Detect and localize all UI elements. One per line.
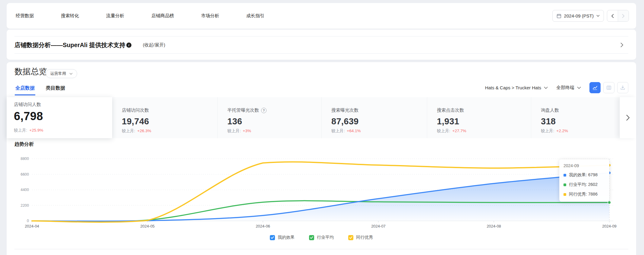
store-analysis-header[interactable]: 店铺数据分析——SuperAli 提供技术支持i (收起/展开) — [14, 36, 628, 54]
table-columns-icon — [606, 85, 612, 91]
svg-text:2200: 2200 — [21, 203, 29, 208]
metric-change: 较上月:+3% — [227, 128, 251, 134]
metric-card-inquiry-users[interactable]: 询盘人数 318 较上月:+2.2% — [531, 97, 620, 138]
data-scope-tabs: 全店数据 类目数据 — [15, 85, 66, 95]
nav-item-business-data[interactable]: 经营数据 — [16, 13, 34, 19]
date-picker-value: 2024-09 (PST) — [564, 13, 594, 18]
metric-label: 店铺访问次数 — [122, 107, 217, 113]
nav-item-growth-guide[interactable]: 成长指引 — [246, 13, 264, 19]
metric-card-search-clicks[interactable]: 搜索点击次数 1,931 较上月:+27.7% — [427, 97, 531, 138]
section-title: 店铺数据分析——SuperAli 提供技术支持i — [14, 41, 131, 49]
legend-item-my-performance[interactable]: 我的效果 — [270, 235, 295, 240]
tab-whole-store-data[interactable]: 全店数据 — [15, 85, 35, 95]
tooltip-row: 同行优秀: 7886 — [564, 192, 605, 197]
metric-value: 87,639 — [331, 116, 427, 126]
date-picker-button[interactable]: 2024-09 (PST) — [552, 10, 604, 22]
download-icon — [620, 85, 626, 91]
collapse-expand-toggle[interactable]: (收起/展开) — [143, 42, 165, 48]
metric-value: 19,746 — [122, 116, 217, 126]
top-navbar: 经营数据 搜索转化 流量分析 店铺商品榜 市场分析 成长指引 2024-09 (… — [7, 3, 636, 29]
view-toggle-group — [589, 82, 628, 93]
data-overview-panel: 数据总览 运营常用 全店数据 类目数据 Hats & Caps > Trucke… — [7, 62, 636, 255]
section-chevron-right-icon[interactable] — [620, 42, 623, 48]
chevron-down-icon — [596, 15, 600, 17]
chevron-down-icon — [544, 87, 548, 89]
chart-legend: 我的效果 行业平均 同行优秀 — [7, 235, 636, 240]
preset-dropdown[interactable]: 运营常用 — [46, 69, 77, 78]
legend-item-industry-average[interactable]: 行业平均 — [309, 235, 334, 240]
info-icon: i — [126, 43, 131, 48]
trend-analysis-title: 趋势分析 — [14, 141, 34, 148]
line-chart-view-button[interactable] — [589, 82, 601, 93]
next-month-button[interactable] — [618, 10, 629, 21]
date-controls: 2024-09 (PST) — [552, 10, 629, 22]
checked-checkbox-icon[interactable] — [309, 235, 314, 240]
nav-item-market-analysis[interactable]: 市场分析 — [201, 13, 219, 19]
chart-tooltip: 2024-09 我的效果: 6798 行业平均: 2602 同行优秀: 7886 — [559, 159, 609, 202]
chevron-down-icon — [577, 87, 581, 89]
legend-item-top-peers[interactable]: 同行优秀 — [348, 235, 373, 240]
month-pager — [607, 10, 629, 22]
checked-checkbox-icon[interactable] — [348, 235, 353, 240]
store-analysis-section: 店铺数据分析——SuperAli 提供技术支持i (收起/展开) — [7, 30, 636, 60]
svg-text:2024-07: 2024-07 — [371, 224, 386, 228]
chevron-down-icon — [69, 73, 73, 75]
category-filter-value: Hats & Caps > Trucker Hats — [485, 85, 541, 90]
line-chart-icon — [592, 85, 598, 91]
tooltip-date: 2024-09 — [564, 163, 605, 168]
metric-label: 搜索点击次数 — [437, 107, 531, 113]
metric-value: 1,931 — [437, 116, 531, 126]
cards-next-button[interactable] — [620, 97, 636, 138]
metric-card-store-visits[interactable]: 店铺访问次数 19,746 较上月:+26.3% — [112, 97, 218, 138]
tooltip-row: 我的效果: 6798 — [564, 172, 605, 178]
page-title: 数据总览 — [14, 66, 47, 77]
tab-category-data[interactable]: 类目数据 — [45, 85, 66, 95]
metric-value: 136 — [227, 116, 321, 126]
prev-month-button[interactable] — [607, 10, 618, 21]
checked-checkbox-icon[interactable] — [270, 235, 275, 240]
chart-controls: Hats & Caps > Trucker Hats 全部终端 — [485, 82, 628, 93]
metric-card-semi-managed-impressions[interactable]: 半托管曝光次数 ? 136 较上月:+3% — [218, 97, 322, 138]
metric-change: 较上月:+64.1% — [331, 128, 361, 134]
svg-text:4400: 4400 — [21, 188, 29, 192]
series-swatch-industry-average — [564, 183, 566, 186]
svg-text:6600: 6600 — [21, 172, 29, 177]
nav-item-traffic-analysis[interactable]: 流量分析 — [106, 13, 124, 19]
svg-text:8800: 8800 — [21, 157, 29, 161]
terminal-filter-value: 全部终端 — [556, 85, 574, 91]
trend-line-chart[interactable]: 022004400660088002024-042024-052024-0620… — [7, 150, 636, 229]
chevron-left-icon — [611, 14, 614, 18]
metric-change: 较上月:+26.3% — [122, 128, 151, 134]
svg-text:2024-04: 2024-04 — [25, 224, 39, 228]
svg-text:2024-06: 2024-06 — [256, 224, 270, 228]
calendar-icon — [557, 14, 561, 18]
question-icon[interactable]: ? — [261, 108, 267, 113]
table-view-button[interactable] — [603, 82, 614, 93]
metric-label: 半托管曝光次数 ? — [227, 107, 321, 113]
series-swatch-top-peers — [564, 193, 566, 196]
nav-item-product-ranking[interactable]: 店铺商品榜 — [151, 13, 174, 19]
category-filter-dropdown[interactable]: Hats & Caps > Trucker Hats — [485, 85, 548, 90]
metric-card-search-impressions[interactable]: 搜索曝光次数 87,639 较上月:+64.1% — [322, 97, 427, 138]
metric-label: 店铺访问人数 — [14, 102, 112, 107]
metric-value: 318 — [541, 116, 619, 126]
metric-change: 较上月:+25.9% — [14, 128, 43, 133]
chevron-right-icon — [626, 114, 630, 121]
metric-cards-row: 店铺访问人数 6,798 较上月:+25.9% 店铺访问次数 19,746 较上… — [7, 97, 636, 138]
metric-card-store-visitors[interactable]: 店铺访问人数 6,798 较上月:+25.9% — [7, 97, 112, 138]
metric-label: 询盘人数 — [541, 107, 619, 113]
svg-text:0: 0 — [27, 219, 29, 223]
metric-value: 6,798 — [14, 110, 112, 123]
nav-item-search-conversion[interactable]: 搜索转化 — [61, 13, 79, 19]
terminal-filter-dropdown[interactable]: 全部终端 — [556, 85, 581, 91]
chevron-right-icon — [622, 14, 625, 18]
section-divider — [14, 249, 628, 249]
metric-change: 较上月:+2.2% — [541, 128, 568, 134]
svg-text:2024-08: 2024-08 — [487, 224, 501, 228]
download-button[interactable] — [617, 82, 628, 93]
svg-text:2024-09: 2024-09 — [602, 224, 617, 228]
tooltip-row: 行业平均: 2602 — [564, 182, 605, 187]
preset-dropdown-value: 运营常用 — [50, 71, 66, 76]
nav-tabs: 经营数据 搜索转化 流量分析 店铺商品榜 市场分析 成长指引 — [16, 13, 264, 19]
seller-analytics-screen: 经营数据 搜索转化 流量分析 店铺商品榜 市场分析 成长指引 2024-09 (… — [0, 0, 644, 255]
